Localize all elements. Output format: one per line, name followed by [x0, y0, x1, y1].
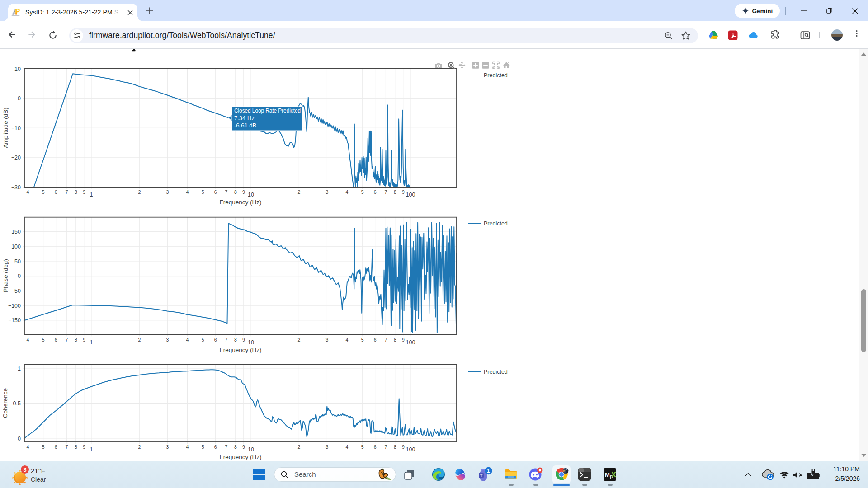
svg-text:100: 100 — [406, 339, 415, 346]
svg-text:8: 8 — [234, 337, 237, 343]
svg-text:9: 9 — [242, 444, 245, 450]
svg-text:9: 9 — [402, 444, 405, 450]
svg-text:10: 10 — [248, 192, 254, 198]
svg-text:4: 4 — [346, 337, 349, 343]
svg-text:8: 8 — [394, 189, 396, 195]
svg-text:4: 4 — [186, 444, 189, 450]
svg-text:−50: −50 — [11, 288, 21, 294]
svg-text:100: 100 — [406, 192, 415, 198]
svg-text:-6.61 dB: -6.61 dB — [234, 122, 256, 129]
svg-text:2: 2 — [297, 337, 300, 343]
svg-text:7: 7 — [384, 337, 387, 343]
svg-text:Coherence: Coherence — [2, 388, 9, 418]
svg-text:Predicted: Predicted — [484, 72, 508, 79]
svg-text:8: 8 — [234, 444, 237, 450]
svg-text:7: 7 — [225, 444, 227, 450]
svg-text:4: 4 — [27, 337, 29, 343]
svg-text:6: 6 — [55, 337, 57, 343]
svg-text:4: 4 — [346, 189, 349, 195]
svg-text:21°F: 21°F — [31, 467, 45, 474]
svg-text:2: 2 — [138, 444, 141, 450]
svg-text:6: 6 — [214, 444, 217, 450]
svg-text:Frequency (Hz): Frequency (Hz) — [219, 454, 261, 460]
svg-text:Clear: Clear — [31, 476, 46, 483]
svg-text:100: 100 — [11, 244, 21, 250]
svg-text:9: 9 — [83, 337, 85, 343]
svg-text:7: 7 — [65, 444, 68, 450]
svg-text:6: 6 — [55, 444, 57, 450]
svg-text:5: 5 — [42, 189, 45, 195]
svg-text:−150: −150 — [8, 317, 21, 324]
svg-text:−20: −20 — [11, 155, 21, 161]
svg-text:5: 5 — [42, 444, 45, 450]
svg-text:5: 5 — [202, 337, 204, 343]
svg-text:9: 9 — [242, 337, 245, 343]
svg-text:0: 0 — [18, 273, 21, 279]
svg-text:5: 5 — [361, 189, 364, 195]
svg-text:1: 1 — [90, 446, 93, 453]
svg-text:7: 7 — [65, 189, 68, 195]
svg-text:7: 7 — [65, 337, 68, 343]
svg-text:8: 8 — [75, 189, 77, 195]
svg-text:8: 8 — [234, 189, 237, 195]
svg-text:1: 1 — [90, 192, 93, 198]
svg-text:6: 6 — [374, 189, 377, 195]
svg-text:7: 7 — [384, 444, 387, 450]
svg-text:3: 3 — [326, 189, 328, 195]
svg-text:0.5: 0.5 — [13, 400, 21, 407]
svg-text:−30: −30 — [11, 184, 21, 191]
svg-text:1: 1 — [18, 366, 21, 372]
svg-text:4: 4 — [186, 189, 189, 195]
svg-text:4: 4 — [27, 189, 29, 195]
svg-text:Amplitude (dB): Amplitude (dB) — [2, 108, 9, 148]
svg-text:4: 4 — [27, 444, 29, 450]
svg-text:6: 6 — [214, 337, 217, 343]
svg-text:Frequency (Hz): Frequency (Hz) — [219, 199, 261, 206]
svg-text:4: 4 — [186, 337, 189, 343]
svg-text:6: 6 — [374, 337, 377, 343]
svg-text:9: 9 — [83, 444, 85, 450]
svg-text:3: 3 — [166, 444, 169, 450]
svg-text:3: 3 — [166, 337, 169, 343]
svg-text:M: M — [605, 471, 610, 478]
svg-text:6: 6 — [374, 444, 377, 450]
svg-text:8: 8 — [75, 444, 77, 450]
svg-text:1: 1 — [90, 339, 93, 346]
svg-text:150: 150 — [11, 229, 21, 235]
svg-text:100: 100 — [406, 446, 415, 453]
svg-text:50: 50 — [14, 258, 21, 265]
svg-text:6: 6 — [55, 189, 57, 195]
svg-text:10: 10 — [248, 339, 254, 346]
svg-text:2: 2 — [297, 444, 300, 450]
svg-text:8: 8 — [394, 444, 396, 450]
svg-text:Frequency (Hz): Frequency (Hz) — [219, 347, 261, 353]
svg-text:2: 2 — [138, 189, 141, 195]
svg-text:−100: −100 — [8, 303, 21, 309]
svg-text:5: 5 — [361, 444, 364, 450]
svg-text:3: 3 — [166, 189, 169, 195]
svg-text:9: 9 — [402, 189, 405, 195]
svg-text:4: 4 — [346, 444, 349, 450]
svg-text:3: 3 — [326, 444, 328, 450]
svg-text:0: 0 — [18, 95, 21, 102]
svg-text:7: 7 — [225, 189, 227, 195]
svg-text:−10: −10 — [11, 125, 21, 131]
svg-text:5: 5 — [202, 444, 204, 450]
svg-text:2: 2 — [297, 189, 300, 195]
svg-text:5: 5 — [202, 189, 204, 195]
svg-text:7.34 Hz: 7.34 Hz — [234, 115, 255, 122]
svg-text:2: 2 — [138, 337, 141, 343]
svg-text:6: 6 — [214, 189, 217, 195]
svg-text:10: 10 — [248, 446, 254, 453]
svg-text:9: 9 — [402, 337, 405, 343]
svg-text:9: 9 — [83, 189, 85, 195]
svg-text:5: 5 — [42, 337, 45, 343]
svg-text:7: 7 — [384, 189, 387, 195]
svg-text:5: 5 — [361, 337, 364, 343]
svg-text:3: 3 — [23, 466, 26, 473]
svg-text:7: 7 — [225, 337, 227, 343]
svg-text:Phase (deg): Phase (deg) — [2, 259, 9, 292]
svg-text:10: 10 — [14, 66, 21, 72]
svg-text:1: 1 — [487, 468, 490, 474]
svg-text:Predicted: Predicted — [484, 221, 508, 227]
